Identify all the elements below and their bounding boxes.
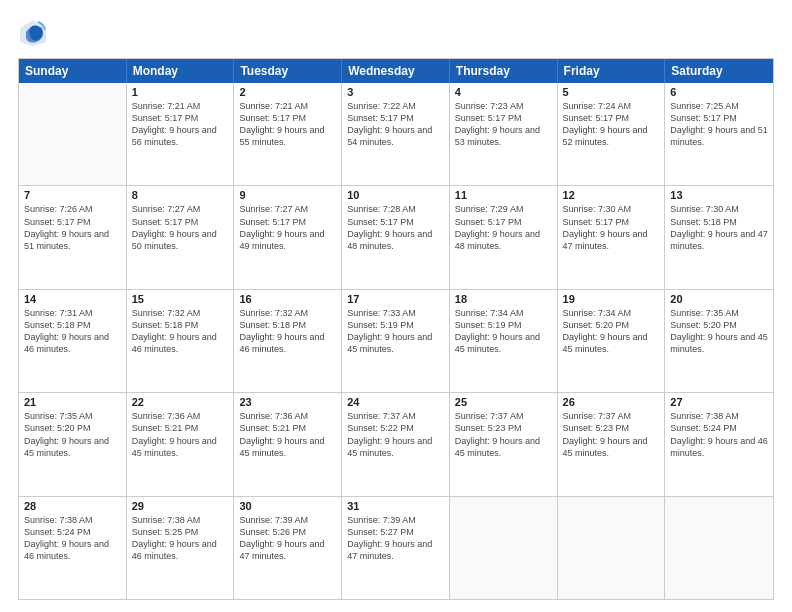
info-line: Sunset: 5:17 PM — [670, 112, 768, 124]
info-line: Daylight: 9 hours and 52 minutes. — [563, 124, 660, 148]
logo — [18, 18, 52, 48]
day-number: 1 — [132, 86, 229, 98]
calendar-cell: 5Sunrise: 7:24 AMSunset: 5:17 PMDaylight… — [558, 83, 666, 185]
calendar-cell: 9Sunrise: 7:27 AMSunset: 5:17 PMDaylight… — [234, 186, 342, 288]
info-line: Daylight: 9 hours and 45 minutes. — [347, 435, 444, 459]
info-line: Sunset: 5:19 PM — [347, 319, 444, 331]
info-line: Daylight: 9 hours and 46 minutes. — [24, 331, 121, 355]
info-line: Sunset: 5:17 PM — [24, 216, 121, 228]
info-line: Sunrise: 7:35 AM — [24, 410, 121, 422]
info-line: Sunrise: 7:36 AM — [239, 410, 336, 422]
info-line: Sunrise: 7:26 AM — [24, 203, 121, 215]
calendar-cell: 22Sunrise: 7:36 AMSunset: 5:21 PMDayligh… — [127, 393, 235, 495]
header-day-tuesday: Tuesday — [234, 59, 342, 83]
calendar-cell: 30Sunrise: 7:39 AMSunset: 5:26 PMDayligh… — [234, 497, 342, 599]
info-line: Daylight: 9 hours and 45 minutes. — [563, 435, 660, 459]
info-line: Sunrise: 7:36 AM — [132, 410, 229, 422]
day-number: 28 — [24, 500, 121, 512]
info-line: Daylight: 9 hours and 45 minutes. — [24, 435, 121, 459]
calendar-cell: 7Sunrise: 7:26 AMSunset: 5:17 PMDaylight… — [19, 186, 127, 288]
calendar-cell: 31Sunrise: 7:39 AMSunset: 5:27 PMDayligh… — [342, 497, 450, 599]
info-line: Sunset: 5:17 PM — [347, 112, 444, 124]
day-number: 26 — [563, 396, 660, 408]
day-number: 5 — [563, 86, 660, 98]
day-number: 14 — [24, 293, 121, 305]
info-line: Sunrise: 7:21 AM — [132, 100, 229, 112]
info-line: Daylight: 9 hours and 47 minutes. — [670, 228, 768, 252]
day-number: 21 — [24, 396, 121, 408]
info-line: Sunset: 5:17 PM — [563, 216, 660, 228]
info-line: Daylight: 9 hours and 45 minutes. — [670, 331, 768, 355]
header-day-sunday: Sunday — [19, 59, 127, 83]
calendar-row-1: 1Sunrise: 7:21 AMSunset: 5:17 PMDaylight… — [19, 83, 773, 185]
calendar-cell: 17Sunrise: 7:33 AMSunset: 5:19 PMDayligh… — [342, 290, 450, 392]
calendar-cell: 15Sunrise: 7:32 AMSunset: 5:18 PMDayligh… — [127, 290, 235, 392]
day-number: 27 — [670, 396, 768, 408]
info-line: Sunset: 5:27 PM — [347, 526, 444, 538]
logo-icon — [18, 18, 48, 48]
info-line: Sunset: 5:23 PM — [563, 422, 660, 434]
calendar-row-2: 7Sunrise: 7:26 AMSunset: 5:17 PMDaylight… — [19, 185, 773, 288]
calendar-cell: 3Sunrise: 7:22 AMSunset: 5:17 PMDaylight… — [342, 83, 450, 185]
info-line: Daylight: 9 hours and 47 minutes. — [563, 228, 660, 252]
day-number: 29 — [132, 500, 229, 512]
calendar-cell: 24Sunrise: 7:37 AMSunset: 5:22 PMDayligh… — [342, 393, 450, 495]
header-day-saturday: Saturday — [665, 59, 773, 83]
calendar-cell: 23Sunrise: 7:36 AMSunset: 5:21 PMDayligh… — [234, 393, 342, 495]
calendar-cell: 18Sunrise: 7:34 AMSunset: 5:19 PMDayligh… — [450, 290, 558, 392]
header-day-friday: Friday — [558, 59, 666, 83]
info-line: Sunrise: 7:22 AM — [347, 100, 444, 112]
day-number: 13 — [670, 189, 768, 201]
calendar-row-5: 28Sunrise: 7:38 AMSunset: 5:24 PMDayligh… — [19, 496, 773, 599]
info-line: Daylight: 9 hours and 53 minutes. — [455, 124, 552, 148]
info-line: Sunset: 5:23 PM — [455, 422, 552, 434]
info-line: Daylight: 9 hours and 47 minutes. — [239, 538, 336, 562]
day-number: 7 — [24, 189, 121, 201]
info-line: Daylight: 9 hours and 46 minutes. — [670, 435, 768, 459]
day-number: 17 — [347, 293, 444, 305]
calendar-cell: 4Sunrise: 7:23 AMSunset: 5:17 PMDaylight… — [450, 83, 558, 185]
day-number: 8 — [132, 189, 229, 201]
info-line: Daylight: 9 hours and 45 minutes. — [239, 435, 336, 459]
day-number: 4 — [455, 86, 552, 98]
calendar-cell: 2Sunrise: 7:21 AMSunset: 5:17 PMDaylight… — [234, 83, 342, 185]
day-number: 16 — [239, 293, 336, 305]
calendar-cell: 12Sunrise: 7:30 AMSunset: 5:17 PMDayligh… — [558, 186, 666, 288]
info-line: Sunset: 5:17 PM — [563, 112, 660, 124]
info-line: Sunrise: 7:24 AM — [563, 100, 660, 112]
calendar-row-3: 14Sunrise: 7:31 AMSunset: 5:18 PMDayligh… — [19, 289, 773, 392]
info-line: Sunrise: 7:32 AM — [132, 307, 229, 319]
info-line: Sunset: 5:18 PM — [239, 319, 336, 331]
info-line: Daylight: 9 hours and 45 minutes. — [455, 435, 552, 459]
info-line: Sunset: 5:20 PM — [563, 319, 660, 331]
info-line: Sunset: 5:21 PM — [132, 422, 229, 434]
calendar-cell: 14Sunrise: 7:31 AMSunset: 5:18 PMDayligh… — [19, 290, 127, 392]
info-line: Daylight: 9 hours and 48 minutes. — [347, 228, 444, 252]
day-number: 23 — [239, 396, 336, 408]
header-day-thursday: Thursday — [450, 59, 558, 83]
info-line: Sunrise: 7:25 AM — [670, 100, 768, 112]
info-line: Sunrise: 7:34 AM — [455, 307, 552, 319]
day-number: 22 — [132, 396, 229, 408]
info-line: Sunrise: 7:38 AM — [670, 410, 768, 422]
calendar-cell: 21Sunrise: 7:35 AMSunset: 5:20 PMDayligh… — [19, 393, 127, 495]
day-number: 15 — [132, 293, 229, 305]
info-line: Sunset: 5:18 PM — [24, 319, 121, 331]
info-line: Sunset: 5:24 PM — [670, 422, 768, 434]
info-line: Sunrise: 7:38 AM — [132, 514, 229, 526]
info-line: Daylight: 9 hours and 51 minutes. — [670, 124, 768, 148]
info-line: Sunrise: 7:30 AM — [563, 203, 660, 215]
info-line: Daylight: 9 hours and 51 minutes. — [24, 228, 121, 252]
info-line: Sunset: 5:17 PM — [132, 216, 229, 228]
info-line: Sunset: 5:24 PM — [24, 526, 121, 538]
info-line: Sunset: 5:19 PM — [455, 319, 552, 331]
info-line: Sunrise: 7:33 AM — [347, 307, 444, 319]
info-line: Sunrise: 7:37 AM — [455, 410, 552, 422]
info-line: Sunset: 5:17 PM — [132, 112, 229, 124]
day-number: 18 — [455, 293, 552, 305]
calendar-cell: 26Sunrise: 7:37 AMSunset: 5:23 PMDayligh… — [558, 393, 666, 495]
info-line: Sunset: 5:21 PM — [239, 422, 336, 434]
info-line: Sunrise: 7:32 AM — [239, 307, 336, 319]
calendar-cell: 29Sunrise: 7:38 AMSunset: 5:25 PMDayligh… — [127, 497, 235, 599]
info-line: Daylight: 9 hours and 45 minutes. — [132, 435, 229, 459]
